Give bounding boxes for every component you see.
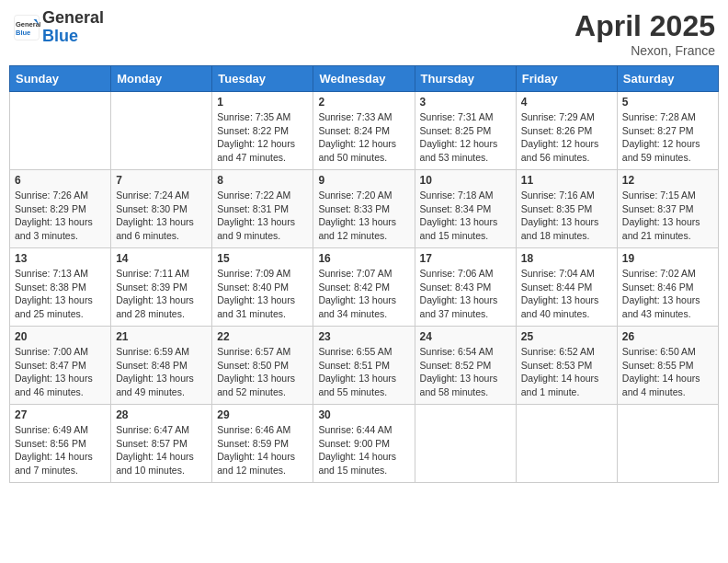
calendar-cell: 1 Sunrise: 7:35 AM Sunset: 8:22 PM Dayli… <box>212 92 313 170</box>
sunset-label: Sunset: 8:46 PM <box>622 282 694 293</box>
sunset-label: Sunset: 8:44 PM <box>521 282 593 293</box>
day-number: 16 <box>318 252 409 265</box>
sunset-label: Sunset: 8:29 PM <box>15 203 86 214</box>
sunset-label: Sunset: 8:50 PM <box>217 360 289 371</box>
daylight-label: Daylight: 13 hours and 31 minutes. <box>217 294 295 319</box>
daylight-label: Daylight: 14 hours and 10 minutes. <box>116 451 194 476</box>
sunrise-label: Sunrise: 6:57 AM <box>217 346 290 357</box>
logo: General Blue General Blue <box>13 9 104 46</box>
sunrise-label: Sunrise: 6:50 AM <box>622 346 696 357</box>
day-info: Sunrise: 6:52 AM Sunset: 8:53 PM Dayligh… <box>521 345 612 399</box>
daylight-label: Daylight: 13 hours and 9 minutes. <box>217 216 295 241</box>
calendar-week-row: 13 Sunrise: 7:13 AM Sunset: 8:38 PM Dayl… <box>10 248 719 327</box>
day-info: Sunrise: 7:09 AM Sunset: 8:40 PM Dayligh… <box>217 267 308 321</box>
day-info: Sunrise: 6:47 AM Sunset: 8:57 PM Dayligh… <box>116 423 207 477</box>
sunrise-label: Sunrise: 7:13 AM <box>15 268 88 279</box>
calendar-week-row: 1 Sunrise: 7:35 AM Sunset: 8:22 PM Dayli… <box>10 92 719 170</box>
sunset-label: Sunset: 8:38 PM <box>15 282 86 293</box>
day-info: Sunrise: 7:31 AM Sunset: 8:25 PM Dayligh… <box>420 110 511 165</box>
sunrise-label: Sunrise: 7:02 AM <box>622 268 696 279</box>
sunset-label: Sunset: 8:22 PM <box>217 125 289 136</box>
daylight-label: Daylight: 12 hours and 50 minutes. <box>318 138 396 163</box>
sunrise-label: Sunrise: 7:20 AM <box>318 190 392 201</box>
sunrise-label: Sunrise: 7:11 AM <box>116 268 189 279</box>
day-number: 5 <box>622 96 713 109</box>
calendar-cell: 18 Sunrise: 7:04 AM Sunset: 8:44 PM Dayl… <box>516 248 617 327</box>
day-info: Sunrise: 7:15 AM Sunset: 8:37 PM Dayligh… <box>622 189 713 243</box>
sunset-label: Sunset: 8:35 PM <box>521 203 593 214</box>
daylight-label: Daylight: 14 hours and 12 minutes. <box>217 451 295 476</box>
calendar-cell: 13 Sunrise: 7:13 AM Sunset: 8:38 PM Dayl… <box>10 248 111 327</box>
day-number: 30 <box>318 408 409 421</box>
day-number: 26 <box>622 330 713 343</box>
day-info: Sunrise: 7:35 AM Sunset: 8:22 PM Dayligh… <box>217 110 308 165</box>
sunrise-label: Sunrise: 7:29 AM <box>521 111 595 122</box>
calendar-cell: 17 Sunrise: 7:06 AM Sunset: 8:43 PM Dayl… <box>415 248 516 327</box>
day-number: 20 <box>15 330 106 343</box>
day-info: Sunrise: 6:49 AM Sunset: 8:56 PM Dayligh… <box>15 423 106 477</box>
calendar-week-row: 27 Sunrise: 6:49 AM Sunset: 8:56 PM Dayl… <box>10 405 719 483</box>
sunrise-label: Sunrise: 7:09 AM <box>217 268 290 279</box>
sunset-label: Sunset: 8:34 PM <box>420 203 492 214</box>
weekday-header-sunday: Sunday <box>10 66 111 92</box>
day-info: Sunrise: 7:16 AM Sunset: 8:35 PM Dayligh… <box>521 189 612 243</box>
sunset-label: Sunset: 8:31 PM <box>217 203 289 214</box>
calendar-week-row: 6 Sunrise: 7:26 AM Sunset: 8:29 PM Dayli… <box>10 170 719 248</box>
daylight-label: Daylight: 13 hours and 40 minutes. <box>521 294 599 319</box>
sunrise-label: Sunrise: 6:52 AM <box>521 346 595 357</box>
sunset-label: Sunset: 8:47 PM <box>15 360 86 371</box>
calendar-cell <box>10 92 111 170</box>
sunset-label: Sunset: 8:40 PM <box>217 282 289 293</box>
sunrise-label: Sunrise: 6:46 AM <box>217 424 290 435</box>
day-number: 13 <box>15 252 106 265</box>
day-number: 1 <box>217 96 308 109</box>
sunset-label: Sunset: 8:37 PM <box>622 203 694 214</box>
sunrise-label: Sunrise: 7:22 AM <box>217 190 290 201</box>
sunrise-label: Sunrise: 6:59 AM <box>116 346 189 357</box>
sunrise-label: Sunrise: 7:18 AM <box>420 190 494 201</box>
sunset-label: Sunset: 8:24 PM <box>318 125 390 136</box>
sunset-label: Sunset: 8:30 PM <box>116 203 188 214</box>
day-number: 24 <box>420 330 511 343</box>
daylight-label: Daylight: 13 hours and 6 minutes. <box>116 216 194 241</box>
day-info: Sunrise: 7:06 AM Sunset: 8:43 PM Dayligh… <box>420 267 511 321</box>
calendar-cell: 23 Sunrise: 6:55 AM Sunset: 8:51 PM Dayl… <box>313 327 415 405</box>
day-number: 3 <box>420 96 511 109</box>
logo-blue-text: Blue <box>42 28 104 46</box>
day-number: 10 <box>420 174 511 187</box>
day-number: 28 <box>116 408 207 421</box>
sunrise-label: Sunrise: 6:54 AM <box>420 346 494 357</box>
daylight-label: Daylight: 13 hours and 18 minutes. <box>521 216 599 241</box>
sunrise-label: Sunrise: 7:00 AM <box>15 346 88 357</box>
day-number: 25 <box>521 330 612 343</box>
day-info: Sunrise: 7:28 AM Sunset: 8:27 PM Dayligh… <box>622 110 713 165</box>
sunrise-label: Sunrise: 6:47 AM <box>116 424 189 435</box>
sunrise-label: Sunrise: 6:49 AM <box>15 424 88 435</box>
calendar-cell: 4 Sunrise: 7:29 AM Sunset: 8:26 PM Dayli… <box>516 92 617 170</box>
day-number: 8 <box>217 174 308 187</box>
daylight-label: Daylight: 14 hours and 4 minutes. <box>622 373 700 397</box>
calendar-cell: 10 Sunrise: 7:18 AM Sunset: 8:34 PM Dayl… <box>415 170 516 248</box>
daylight-label: Daylight: 13 hours and 49 minutes. <box>116 373 194 397</box>
day-info: Sunrise: 7:13 AM Sunset: 8:38 PM Dayligh… <box>15 267 106 321</box>
sunrise-label: Sunrise: 7:06 AM <box>420 268 494 279</box>
calendar-cell: 6 Sunrise: 7:26 AM Sunset: 8:29 PM Dayli… <box>10 170 111 248</box>
sunset-label: Sunset: 8:43 PM <box>420 282 492 293</box>
calendar-cell: 24 Sunrise: 6:54 AM Sunset: 8:52 PM Dayl… <box>415 327 516 405</box>
calendar-cell: 7 Sunrise: 7:24 AM Sunset: 8:30 PM Dayli… <box>111 170 212 248</box>
sunset-label: Sunset: 8:48 PM <box>116 360 188 371</box>
day-info: Sunrise: 6:59 AM Sunset: 8:48 PM Dayligh… <box>116 345 207 399</box>
calendar-cell: 21 Sunrise: 6:59 AM Sunset: 8:48 PM Dayl… <box>111 327 212 405</box>
calendar-table: SundayMondayTuesdayWednesdayThursdayFrid… <box>9 65 719 483</box>
calendar-cell: 25 Sunrise: 6:52 AM Sunset: 8:53 PM Dayl… <box>516 327 617 405</box>
weekday-header-wednesday: Wednesday <box>313 66 415 92</box>
day-info: Sunrise: 7:26 AM Sunset: 8:29 PM Dayligh… <box>15 189 106 243</box>
sunset-label: Sunset: 8:56 PM <box>15 438 86 449</box>
calendar-cell <box>415 405 516 483</box>
daylight-label: Daylight: 13 hours and 21 minutes. <box>622 216 700 241</box>
sunset-label: Sunset: 8:26 PM <box>521 125 593 136</box>
sunset-label: Sunset: 8:33 PM <box>318 203 390 214</box>
daylight-label: Daylight: 12 hours and 47 minutes. <box>217 138 295 163</box>
calendar-cell: 27 Sunrise: 6:49 AM Sunset: 8:56 PM Dayl… <box>10 405 111 483</box>
sunset-label: Sunset: 8:57 PM <box>116 438 188 449</box>
